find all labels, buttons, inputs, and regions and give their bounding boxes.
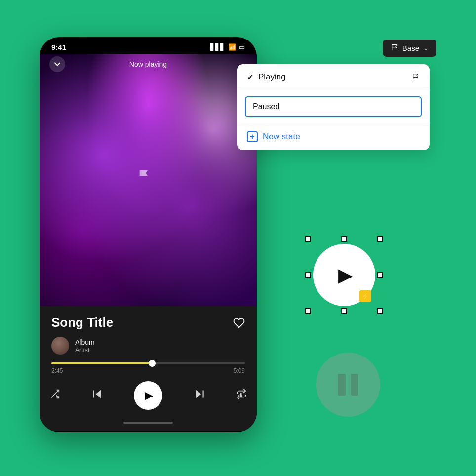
collapse-button[interactable] (49, 56, 65, 72)
state-dropdown-panel: ✓ Playing + New state (237, 64, 430, 150)
total-time: 5:09 (234, 367, 245, 374)
artist-name: Artist (75, 346, 95, 354)
song-title: Song Title (51, 315, 113, 330)
progress-bar-fill (51, 362, 152, 364)
signal-icon: ▋▋▋ (210, 43, 225, 51)
playing-label: Playing (258, 72, 407, 82)
resize-handle-mr[interactable] (377, 272, 383, 278)
resize-handle-br[interactable] (377, 308, 383, 314)
shuffle-button[interactable] (49, 389, 60, 402)
battery-icon: ▭ (239, 43, 245, 51)
repeat-button[interactable]: 1 (236, 389, 247, 402)
status-bar: 9:41 ▋▋▋ 📶 ▭ (40, 37, 257, 54)
progress-section: 2:45 5:09 (40, 355, 257, 376)
album-art: Now playing (40, 54, 257, 306)
artist-info: Album Artist (40, 332, 257, 355)
play-component-widget[interactable]: ▶ ⚡ (305, 236, 383, 314)
svg-marker-4 (196, 390, 201, 398)
favorite-button[interactable] (233, 317, 245, 332)
wifi-icon: 📶 (228, 43, 236, 51)
resize-handle-tm[interactable] (341, 236, 347, 242)
base-dropdown-button[interactable]: Base ⌄ (383, 40, 436, 57)
home-indicator (40, 418, 257, 431)
chevron-down-icon: ⌄ (423, 44, 429, 52)
resize-handle-ml[interactable] (305, 272, 311, 278)
avatar (51, 337, 69, 355)
now-playing-bar: Now playing (40, 54, 257, 74)
pause-circle-button[interactable] (316, 353, 380, 417)
phone-mockup: 9:41 ▋▋▋ 📶 ▭ Now playing Song Title (40, 37, 257, 432)
progress-times: 2:45 5:09 (51, 367, 245, 374)
svg-text:1: 1 (240, 393, 242, 397)
current-time: 2:45 (51, 367, 63, 374)
flag-icon-overlay (137, 168, 151, 185)
plus-icon: + (247, 131, 258, 142)
artist-text: Album Artist (75, 338, 95, 354)
resize-handle-bl[interactable] (305, 308, 311, 314)
new-state-label: New state (263, 132, 300, 142)
lightning-badge: ⚡ (359, 290, 371, 302)
play-triangle-icon: ▶ (338, 264, 353, 286)
resize-handle-tl[interactable] (305, 236, 311, 242)
album-name: Album (75, 338, 95, 346)
progress-bar-track[interactable] (51, 362, 245, 364)
pause-icon (338, 374, 358, 396)
home-bar (123, 422, 173, 424)
base-label: Base (402, 44, 419, 52)
pause-bar-right (351, 374, 358, 396)
pause-bar-left (338, 374, 346, 396)
base-flag-icon (391, 43, 398, 53)
now-playing-label: Now playing (129, 60, 167, 68)
paused-state-input-row (237, 90, 430, 123)
song-info: Song Title (40, 306, 257, 332)
resize-handle-tr[interactable] (377, 236, 383, 242)
previous-button[interactable] (91, 388, 104, 403)
progress-thumb (149, 360, 156, 367)
svg-marker-2 (95, 390, 101, 398)
play-button[interactable]: ▶ (134, 381, 162, 410)
checkmark-icon: ✓ (247, 73, 253, 82)
play-circle: ▶ ⚡ (313, 244, 375, 306)
playing-flag-icon (412, 73, 420, 82)
resize-handle-bm[interactable] (341, 308, 347, 314)
new-state-row[interactable]: + New state (237, 123, 430, 150)
status-time: 9:41 (51, 43, 66, 51)
paused-state-input[interactable] (245, 96, 422, 117)
status-icons: ▋▋▋ 📶 ▭ (210, 43, 245, 51)
playback-controls: ▶ 1 (40, 376, 257, 418)
playing-state-item[interactable]: ✓ Playing (237, 64, 430, 90)
next-button[interactable] (193, 388, 206, 403)
